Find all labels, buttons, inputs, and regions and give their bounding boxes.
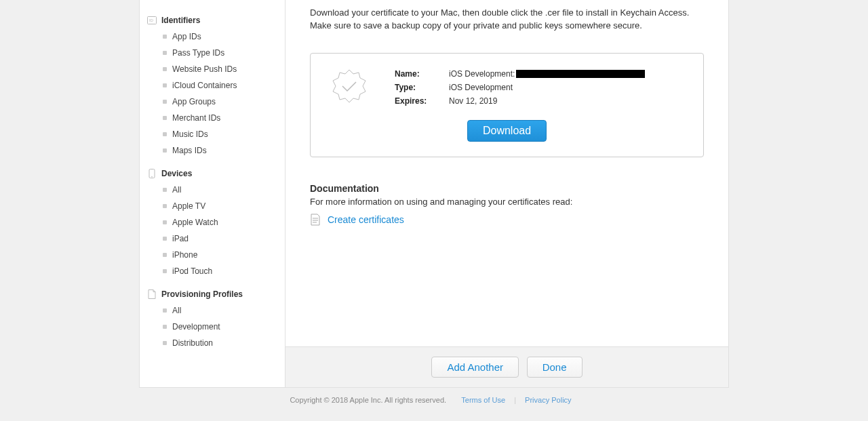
- bullet-icon: [163, 341, 167, 345]
- sidebar-item-pass-type-ids[interactable]: Pass Type IDs: [163, 45, 278, 61]
- sidebar-item-label: App Groups: [172, 97, 216, 106]
- sidebar-item-devices-all[interactable]: All: [163, 182, 278, 198]
- cert-name-value: iOS Development:: [449, 69, 645, 79]
- sidebar-item-iphone[interactable]: iPhone: [163, 247, 278, 263]
- sidebar-section-provisioning: Provisioning Profiles All Development Di…: [146, 283, 278, 351]
- action-bar: Add Another Done: [285, 346, 728, 387]
- sidebar-item-label: iPhone: [172, 250, 197, 260]
- sidebar-title: Identifiers: [161, 16, 200, 25]
- main-content: Download your certificate to your Mac, t…: [285, 0, 728, 387]
- sidebar-item-label: Maps IDs: [172, 146, 207, 155]
- sidebar-item-label: iPad: [172, 234, 189, 243]
- copyright-text: Copyright © 2018 Apple Inc. All rights r…: [290, 396, 446, 404]
- id-card-icon: ID: [146, 15, 157, 26]
- cert-name-label: Name:: [395, 69, 449, 79]
- bullet-icon: [163, 237, 167, 241]
- bullet-icon: [163, 325, 167, 329]
- sidebar-item-label: All: [172, 306, 181, 315]
- bullet-icon: [163, 220, 167, 224]
- page-footer: Copyright © 2018 Apple Inc. All rights r…: [139, 388, 729, 412]
- certificate-card: Name: iOS Development: Type: iOS Develop…: [310, 53, 704, 157]
- sidebar-item-maps-ids[interactable]: Maps IDs: [163, 142, 278, 159]
- sidebar-item-label: Merchant IDs: [172, 113, 220, 123]
- sidebar-title: Devices: [161, 169, 192, 178]
- bullet-icon: [163, 204, 167, 208]
- cert-name-redacted: [516, 70, 645, 78]
- bullet-icon: [163, 188, 167, 192]
- document-icon: [146, 289, 157, 300]
- sidebar-item-label: Website Push IDs: [172, 64, 237, 74]
- sidebar-item-label: App IDs: [172, 32, 201, 41]
- document-text-icon: [310, 214, 321, 226]
- sidebar-item-merchant-ids[interactable]: Merchant IDs: [163, 110, 278, 126]
- cert-expires-value: Nov 12, 2019: [449, 96, 497, 106]
- separator: |: [514, 396, 516, 404]
- sidebar-item-profiles-all[interactable]: All: [163, 302, 278, 319]
- cert-type-label: Type:: [395, 83, 449, 92]
- documentation-heading: Documentation: [310, 183, 704, 194]
- bullet-icon: [163, 308, 167, 313]
- bullet-icon: [163, 116, 167, 120]
- bullet-icon: [163, 269, 167, 273]
- create-certificates-link[interactable]: Create certificates: [328, 214, 404, 225]
- certificate-badge-icon: [328, 67, 370, 108]
- privacy-policy-link[interactable]: Privacy Policy: [525, 396, 571, 404]
- sidebar-item-app-groups[interactable]: App Groups: [163, 94, 278, 110]
- bullet-icon: [163, 253, 167, 257]
- cert-type-value: iOS Development: [449, 83, 513, 92]
- bullet-icon: [163, 67, 167, 71]
- sidebar-item-music-ids[interactable]: Music IDs: [163, 126, 278, 142]
- cert-name-prefix: iOS Development:: [449, 69, 515, 79]
- sidebar-item-apple-tv[interactable]: Apple TV: [163, 198, 278, 214]
- sidebar-item-development[interactable]: Development: [163, 319, 278, 335]
- terms-of-use-link[interactable]: Terms of Use: [461, 396, 505, 404]
- sidebar-section-identifiers: ID Identifiers App IDs Pass Type IDs Web…: [146, 9, 278, 159]
- sidebar-item-label: Apple TV: [172, 201, 205, 211]
- svg-point-3: [151, 176, 153, 178]
- sidebar: ID Identifiers App IDs Pass Type IDs Web…: [140, 0, 285, 387]
- sidebar-item-label: Pass Type IDs: [172, 48, 224, 58]
- download-button[interactable]: Download: [467, 120, 547, 142]
- sidebar-item-label: iPod Touch: [172, 266, 212, 276]
- done-button[interactable]: Done: [527, 357, 583, 378]
- sidebar-item-ipod-touch[interactable]: iPod Touch: [163, 263, 278, 279]
- sidebar-item-label: iCloud Containers: [172, 81, 237, 90]
- sidebar-item-apple-watch[interactable]: Apple Watch: [163, 214, 278, 230]
- sidebar-item-distribution[interactable]: Distribution: [163, 335, 278, 351]
- sidebar-item-label: All: [172, 185, 181, 195]
- sidebar-item-icloud-containers[interactable]: iCloud Containers: [163, 77, 278, 94]
- sidebar-item-ipad[interactable]: iPad: [163, 230, 278, 247]
- bullet-icon: [163, 51, 167, 55]
- bullet-icon: [163, 35, 167, 39]
- sidebar-item-app-ids[interactable]: App IDs: [163, 28, 278, 45]
- sidebar-item-label: Development: [172, 322, 220, 332]
- cert-expires-label: Expires:: [395, 96, 449, 106]
- certificate-description: Download your certificate to your Mac, t…: [310, 7, 704, 33]
- sidebar-section-devices: Devices All Apple TV Apple Watch iPad iP…: [146, 163, 278, 279]
- sidebar-title: Provisioning Profiles: [161, 289, 243, 299]
- bullet-icon: [163, 148, 167, 153]
- bullet-icon: [163, 83, 167, 87]
- sidebar-header-identifiers: ID Identifiers: [146, 9, 278, 28]
- add-another-button[interactable]: Add Another: [431, 357, 519, 378]
- bullet-icon: [163, 132, 167, 136]
- sidebar-item-label: Music IDs: [172, 129, 208, 139]
- phone-icon: [146, 168, 157, 179]
- svg-text:ID: ID: [149, 18, 154, 22]
- certificate-details: Name: iOS Development: Type: iOS Develop…: [395, 67, 686, 108]
- sidebar-header-devices: Devices: [146, 163, 278, 182]
- sidebar-item-label: Distribution: [172, 338, 213, 348]
- sidebar-item-website-push-ids[interactable]: Website Push IDs: [163, 61, 278, 77]
- sidebar-item-label: Apple Watch: [172, 218, 218, 227]
- sidebar-header-provisioning: Provisioning Profiles: [146, 283, 278, 302]
- documentation-description: For more information on using and managi…: [310, 197, 704, 207]
- bullet-icon: [163, 100, 167, 104]
